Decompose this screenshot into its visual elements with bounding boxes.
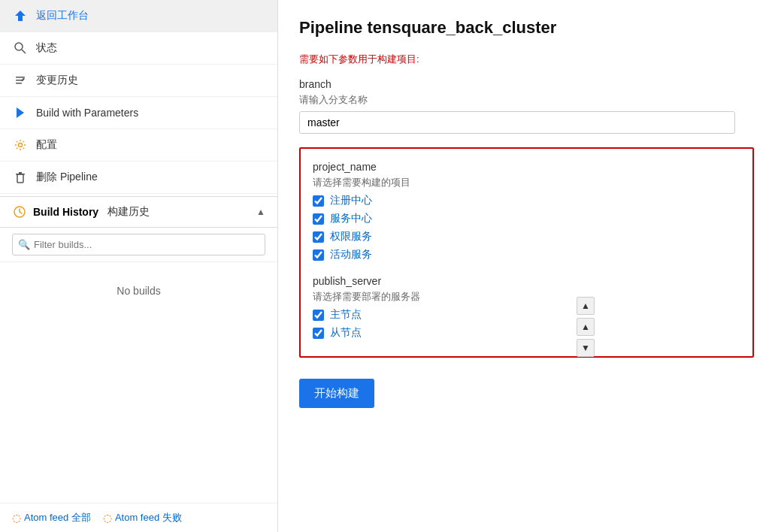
trash-icon	[12, 169, 29, 186]
branch-label: branch	[299, 78, 754, 90]
checkbox-activity-label: 活动服务	[330, 248, 372, 261]
start-build-button[interactable]: 开始构建	[299, 379, 374, 408]
filter-builds-container: 🔍	[0, 228, 277, 262]
sidebar: 返回工作台 状态 变更历史	[0, 0, 278, 532]
checkbox-register[interactable]	[313, 195, 324, 207]
checkbox-item-slave-node: 从节点	[313, 326, 740, 340]
checkbox-item-permission: 权限服务	[313, 230, 740, 243]
project-name-hint: 请选择需要构建的项目	[313, 176, 740, 189]
scroll-up-arrow[interactable]: ▲	[577, 297, 595, 315]
project-name-section: project_name 请选择需要构建的项目 注册中心 服务中心 权限服务 活	[313, 161, 740, 261]
checkbox-item-activity: 活动服务	[313, 248, 740, 261]
checkbox-service-label: 服务中心	[330, 212, 372, 225]
checkbox-item-service: 服务中心	[313, 212, 740, 225]
checkbox-master-node-label: 主节点	[330, 308, 362, 322]
svg-line-1	[22, 50, 26, 53]
svg-rect-8	[19, 172, 22, 174]
branch-input[interactable]	[299, 111, 735, 134]
checkbox-slave-node-label: 从节点	[330, 326, 362, 340]
back-to-workspace-label: 返回工作台	[36, 9, 89, 23]
atom-feed-fail-link[interactable]: ◌ Atom feed 失败	[103, 511, 182, 524]
publish-server-hint: 请选择需要部署的服务器	[313, 290, 740, 304]
build-history-icon	[12, 204, 27, 219]
status-label: 状态	[36, 41, 57, 55]
no-builds-text: No builds	[0, 262, 277, 503]
play-icon	[12, 104, 29, 121]
edit-icon	[12, 72, 29, 89]
sidebar-item-delete-pipeline[interactable]: 删除 Pipeline	[0, 162, 277, 194]
filter-builds-input[interactable]	[12, 234, 265, 255]
arrow-up-icon	[12, 8, 29, 24]
sidebar-item-back-to-workspace[interactable]: 返回工作台	[0, 0, 277, 32]
publish-server-checkboxes: 主节点 从节点	[313, 308, 740, 340]
sidebar-item-status[interactable]: 状态	[0, 32, 277, 65]
sidebar-footer: ◌ Atom feed 全部 ◌ Atom feed 失败	[0, 503, 277, 532]
build-history-title: Build History	[33, 206, 98, 218]
red-bordered-box: project_name 请选择需要构建的项目 注册中心 服务中心 权限服务 活	[299, 147, 754, 358]
rss-all-icon: ◌	[12, 512, 21, 524]
svg-rect-4	[16, 83, 22, 84]
checkbox-item-master-node: 主节点	[313, 308, 740, 322]
svg-rect-2	[16, 77, 25, 78]
publish-server-section: publish_server 请选择需要部署的服务器 主节点 从节点	[313, 275, 740, 340]
svg-point-6	[19, 144, 23, 147]
gear-icon	[12, 137, 29, 153]
checkbox-activity[interactable]	[313, 249, 324, 261]
build-with-parameters-label: Build with Parameters	[36, 107, 138, 119]
rss-fail-icon: ◌	[103, 512, 112, 524]
chevron-up-icon: ▲	[256, 207, 265, 217]
project-name-checkboxes: 注册中心 服务中心 权限服务 活动服务	[313, 194, 740, 261]
publish-server-label: publish_server	[313, 275, 740, 287]
checkbox-service[interactable]	[313, 213, 324, 225]
build-history-subtitle: 构建历史	[107, 205, 150, 219]
sidebar-item-change-history[interactable]: 变更历史	[0, 65, 277, 97]
atom-feed-all-label: Atom feed 全部	[24, 511, 91, 524]
change-history-label: 变更历史	[36, 74, 78, 87]
sidebar-nav: 返回工作台 状态 变更历史	[0, 0, 277, 196]
checkbox-permission[interactable]	[313, 231, 324, 243]
main-content: ▲ ▲ ▼ Pipeline tensquare_back_cluster 需要…	[278, 0, 775, 532]
filter-search-icon: 🔍	[18, 239, 30, 250]
sidebar-item-build-with-parameters[interactable]: Build with Parameters	[0, 97, 277, 129]
scroll-down-arrow[interactable]: ▼	[577, 339, 595, 357]
svg-marker-5	[17, 107, 24, 118]
page-title: Pipeline tensquare_back_cluster	[299, 18, 754, 38]
project-name-label: project_name	[313, 161, 740, 173]
delete-pipeline-label: 删除 Pipeline	[36, 171, 98, 184]
svg-point-0	[15, 43, 23, 50]
atom-feed-all-link[interactable]: ◌ Atom feed 全部	[12, 511, 91, 524]
branch-hint: 请输入分支名称	[299, 93, 754, 107]
checkbox-item-register: 注册中心	[313, 194, 740, 207]
param-notice: 需要如下参数用于构建项目:	[299, 53, 754, 66]
sidebar-item-config[interactable]: 配置	[0, 129, 277, 162]
atom-feed-fail-label: Atom feed 失败	[115, 511, 182, 524]
checkbox-register-label: 注册中心	[330, 194, 372, 207]
checkbox-slave-node[interactable]	[313, 328, 324, 339]
branch-param-section: branch 请输入分支名称	[299, 78, 754, 134]
scroll-up-arrow-2[interactable]: ▲	[577, 318, 595, 336]
checkbox-permission-label: 权限服务	[330, 230, 372, 243]
build-history-header: Build History 构建历史 ▲	[0, 196, 277, 228]
config-label: 配置	[36, 138, 57, 152]
status-icon	[12, 40, 29, 56]
checkbox-master-node[interactable]	[313, 310, 324, 321]
